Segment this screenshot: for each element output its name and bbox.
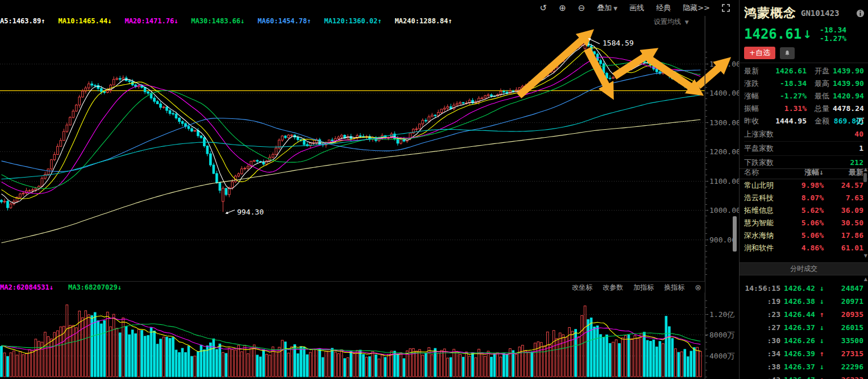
ma30-line (2, 61, 701, 189)
tick-row[interactable]: :231426.44↑20935 (740, 308, 868, 321)
col-change-sort[interactable]: 涨幅↓ (787, 166, 824, 179)
add-indicator-button[interactable]: 加指标 (633, 283, 654, 293)
tick-trades-list: 14:56:151426.42↓24847 :191426.38↓20971 :… (740, 275, 868, 379)
last-price: 1426.61 (744, 26, 801, 42)
axis-divider (705, 16, 705, 379)
chart-toolbar: ↺ ⊕ ⊖ 叠加▼ 画线 经典 隐藏>> (0, 0, 739, 16)
price-gridlines: 1500.001400.001300.001200.001100.001000.… (0, 52, 739, 274)
table-header: 名称 涨幅↓ 最新 (740, 166, 868, 179)
stat-row: 昨收1444.95 金额869.8亿 (744, 115, 863, 127)
svg-text:1200.00: 1200.00 (709, 147, 739, 156)
drawn-trend-arrow (698, 67, 720, 86)
instrument-code: GN101423 (801, 9, 839, 18)
table-scroll-up-icon[interactable]: ▲ (864, 167, 867, 172)
table-row[interactable]: 常山北明9.98%24.57 (740, 179, 868, 192)
advance-decline-counts: 上涨家数40 平盘家数1 下跌家数212 (744, 127, 863, 170)
constituent-table: 名称 涨幅↓ 最新 常山北明9.98%24.57 浩云科技8.07%7.63 拓… (740, 166, 868, 254)
advancers-row: 上涨家数40 (744, 127, 863, 141)
tick-trades-header: 分时成交 (740, 262, 868, 275)
tick-row[interactable]: :271426.37↓26015 (740, 321, 868, 334)
unchanged-row: 平盘家数1 (744, 141, 863, 155)
table-row[interactable]: 润和软件4.86%61.01 (740, 242, 868, 254)
price-down-arrow-icon: ↓ (803, 28, 812, 40)
chevron-down-icon: ▼ (613, 6, 617, 11)
axis-scrollbar-thumb[interactable] (733, 216, 737, 252)
indicator-header: MA2:62084531↓ MA3:68207029↓ 改坐标 改参数 加指标 … (0, 281, 705, 293)
instrument-title: 鸿蒙概念 (744, 5, 796, 22)
alert-bell-button[interactable] (780, 47, 795, 59)
price-annotations: 1584.59994.30 (227, 39, 634, 216)
stat-row: 振幅1.31% 总量4478.24万 (744, 102, 863, 115)
draw-line-button[interactable]: 画线 (629, 3, 644, 13)
quote-stats: 最新1426.61 开盘1439.90 涨跌-18.34 最高1439.90 涨… (744, 65, 863, 127)
zoom-out-icon[interactable]: ⊖ (578, 4, 585, 13)
vol-ma3-legend: MA3:68207029↓ (68, 283, 122, 291)
classic-mode-button[interactable]: 经典 (656, 3, 671, 13)
table-scrollbar-thumb[interactable] (863, 173, 867, 182)
svg-text:1100.00: 1100.00 (709, 177, 739, 186)
info-icon[interactable] (856, 9, 865, 18)
close-indicator-icon[interactable]: ⊗ (695, 283, 701, 292)
col-last[interactable]: 最新 (824, 166, 863, 179)
volume-bars-layer (1, 305, 701, 377)
drawn-trend-arrow (519, 39, 583, 96)
svg-text:1000.00: 1000.00 (709, 206, 739, 215)
stat-row: 最新1426.61 开盘1439.90 (744, 65, 863, 77)
tick-row[interactable]: :301426.26↓33500 (740, 334, 868, 347)
svg-text:1500.00: 1500.00 (709, 60, 739, 68)
stat-row: 涨跌-18.34 最高1439.90 (744, 77, 863, 90)
svg-text:1300.00: 1300.00 (709, 118, 739, 127)
ma60-line (2, 70, 701, 171)
trend-arrows-layer[interactable] (519, 39, 720, 96)
svg-text:900.00: 900.00 (709, 236, 736, 244)
change-axis-button[interactable]: 改坐标 (572, 283, 592, 293)
svg-text:1.20亿: 1.20亿 (709, 310, 734, 319)
ma-lines-layer (2, 44, 701, 242)
switch-indicator-button[interactable]: 换指标 (664, 283, 684, 293)
vol-ma2-legend: MA2:62084531↓ (0, 283, 53, 291)
tick-row[interactable]: :381426.37↓22296 (740, 360, 868, 373)
table-scroll-down-icon[interactable]: ▼ (864, 254, 867, 258)
table-row[interactable]: 拓维信息5.62%36.09 (740, 204, 868, 217)
col-name[interactable]: 名称 (744, 166, 787, 179)
tick-row[interactable]: 14:56:151426.42↓24847 (740, 282, 868, 295)
stock-app-window: ↺ ⊕ ⊖ 叠加▼ 画线 经典 隐藏>> A5:1463.89↑ MA10:14… (0, 0, 868, 379)
stat-row: 涨幅-1.27% 最低1420.94 (744, 90, 863, 102)
tick-row[interactable]: :421426.47↑26323 (740, 373, 868, 379)
volume-chart[interactable]: 1.20亿8000万4000万 (0, 293, 739, 379)
table-row[interactable]: 浩云科技8.07%7.63 (740, 192, 868, 204)
set-ma-dropdown[interactable]: 设置均线 ▼ (654, 17, 689, 27)
hide-button[interactable]: 隐藏>> (683, 3, 710, 13)
table-row[interactable]: 深水海纳5.06%17.86 (740, 229, 868, 242)
add-watchlist-button[interactable]: +自选 (744, 47, 775, 59)
quote-panel: 鸿蒙概念 GN101423 1426.61 ↓ -18.34-1.27% +自选… (739, 0, 868, 379)
price-change: -18.34-1.27% (820, 26, 846, 43)
undo-icon[interactable]: ↺ (540, 4, 547, 13)
svg-text:1400.00: 1400.00 (709, 89, 739, 97)
change-params-button[interactable]: 改参数 (603, 283, 623, 293)
fullscreen-icon[interactable] (722, 4, 730, 12)
tick-row[interactable]: :341426.39↑27315 (740, 347, 868, 360)
svg-text:8000万: 8000万 (709, 331, 734, 339)
svg-text:994.30: 994.30 (237, 208, 264, 216)
ma20-line (2, 57, 701, 193)
tick-row[interactable]: :191426.38↓20971 (740, 295, 868, 308)
main-candlestick-chart[interactable]: 1500.001400.001300.001200.001100.001000.… (0, 16, 739, 281)
overlay-menu[interactable]: 叠加▼ (597, 3, 617, 13)
svg-text:4000万: 4000万 (709, 352, 734, 360)
chevron-down-icon: ▼ (685, 19, 689, 25)
table-row[interactable]: 慧为智能5.06%30.50 (740, 217, 868, 229)
zoom-in-icon[interactable]: ⊕ (559, 4, 566, 13)
svg-text:1584.59: 1584.59 (603, 39, 634, 47)
